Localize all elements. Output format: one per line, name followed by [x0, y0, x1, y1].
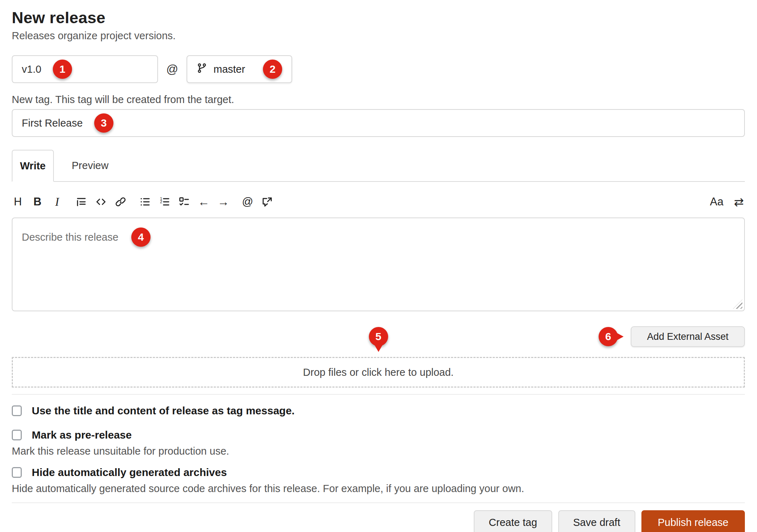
- git-branch-icon: [197, 62, 207, 77]
- option-pre-release-row[interactable]: Mark as pre-release: [12, 429, 745, 441]
- option-hide-archives-row[interactable]: Hide automatically generated archives: [12, 466, 745, 479]
- hide-archives-label: Hide automatically generated archives: [32, 466, 227, 479]
- hide-archives-checkbox[interactable]: [12, 467, 22, 478]
- bold-icon[interactable]: B: [31, 195, 44, 209]
- quote-icon[interactable]: [75, 195, 87, 209]
- new-release-page: New release Releases organize project ve…: [0, 0, 757, 532]
- annotation-badge-3: 3: [94, 113, 113, 133]
- annotation-badge-4: 4: [131, 227, 151, 247]
- divider-above-footer: [12, 502, 745, 503]
- option-pre-release: Mark as pre-release Mark this release un…: [12, 429, 745, 457]
- at-separator: @: [166, 62, 178, 76]
- outdent-icon[interactable]: ←: [198, 195, 210, 209]
- textarea-placeholder-row: Describe this release 4: [22, 227, 735, 247]
- option-tag-message: Use the title and content of release as …: [12, 405, 745, 417]
- link-icon[interactable]: [115, 195, 127, 209]
- attachment-section: 5 Drop files or click here to upload.: [12, 357, 745, 388]
- tag-helper-text: New tag. This tag will be created from t…: [12, 94, 745, 106]
- tag-name-value: v1.0: [22, 63, 41, 75]
- option-tag-message-row[interactable]: Use the title and content of release as …: [12, 405, 745, 417]
- page-subtitle: Releases organize project versions.: [12, 30, 745, 42]
- pre-release-checkbox[interactable]: [12, 430, 22, 440]
- task-list-icon[interactable]: [178, 195, 190, 209]
- dropzone-text: Drop files or click here to upload.: [303, 367, 453, 378]
- target-branch-label: master: [214, 63, 245, 75]
- pre-release-description: Mark this release unsuitable for product…: [12, 445, 745, 457]
- create-tag-button[interactable]: Create tag: [474, 510, 552, 532]
- italic-icon[interactable]: I: [51, 195, 63, 209]
- file-dropzone[interactable]: Drop files or click here to upload.: [12, 357, 745, 388]
- markdown-toolbar: H B I: [12, 195, 745, 209]
- switch-editor-icon[interactable]: ⇄: [733, 195, 745, 209]
- tag-target-row: v1.0 1 @ master 2: [12, 55, 745, 83]
- tag-name-input[interactable]: v1.0 1: [12, 55, 158, 83]
- tab-preview[interactable]: Preview: [54, 150, 126, 181]
- option-hide-archives: Hide automatically generated archives Hi…: [12, 466, 745, 495]
- font-size-icon[interactable]: Aa: [711, 195, 723, 209]
- heading-icon[interactable]: H: [12, 195, 24, 209]
- hide-archives-description: Hide automatically generated source code…: [12, 483, 745, 495]
- tag-message-label: Use the title and content of release as …: [32, 405, 295, 417]
- tab-write[interactable]: Write: [12, 150, 54, 182]
- indent-icon[interactable]: →: [217, 195, 229, 209]
- page-title: New release: [12, 9, 745, 27]
- mention-icon[interactable]: @: [242, 195, 254, 209]
- footer-actions: Create tag Save draft Publish release: [12, 510, 745, 532]
- save-draft-button[interactable]: Save draft: [558, 510, 635, 532]
- annotation-badge-2: 2: [263, 60, 282, 79]
- list-ordered-icon[interactable]: 1 2: [158, 195, 171, 209]
- editor-tab-bar: Write Preview: [12, 150, 745, 182]
- svg-text:2: 2: [160, 200, 162, 204]
- resize-handle[interactable]: [733, 300, 742, 309]
- release-description-textarea[interactable]: Describe this release 4: [12, 218, 745, 311]
- release-title-input[interactable]: First Release 3: [12, 109, 745, 137]
- list-unordered-icon[interactable]: [139, 195, 151, 209]
- tag-message-checkbox[interactable]: [12, 405, 22, 416]
- textarea-placeholder: Describe this release: [22, 231, 118, 243]
- toolbar-right-group: Aa ⇄: [711, 195, 745, 209]
- pre-release-label: Mark as pre-release: [32, 429, 132, 441]
- publish-release-button[interactable]: Publish release: [641, 510, 745, 532]
- annotation-badge-5: 5: [369, 327, 388, 346]
- code-icon[interactable]: [95, 195, 107, 209]
- divider-above-options: [12, 394, 745, 395]
- cross-reference-icon[interactable]: [261, 195, 273, 209]
- release-title-value: First Release: [22, 117, 83, 129]
- target-branch-dropdown[interactable]: master 2: [187, 55, 293, 83]
- annotation-badge-6: 6: [599, 327, 618, 346]
- add-external-asset-button[interactable]: Add External Asset: [631, 326, 745, 347]
- annotation-badge-1: 1: [53, 60, 72, 79]
